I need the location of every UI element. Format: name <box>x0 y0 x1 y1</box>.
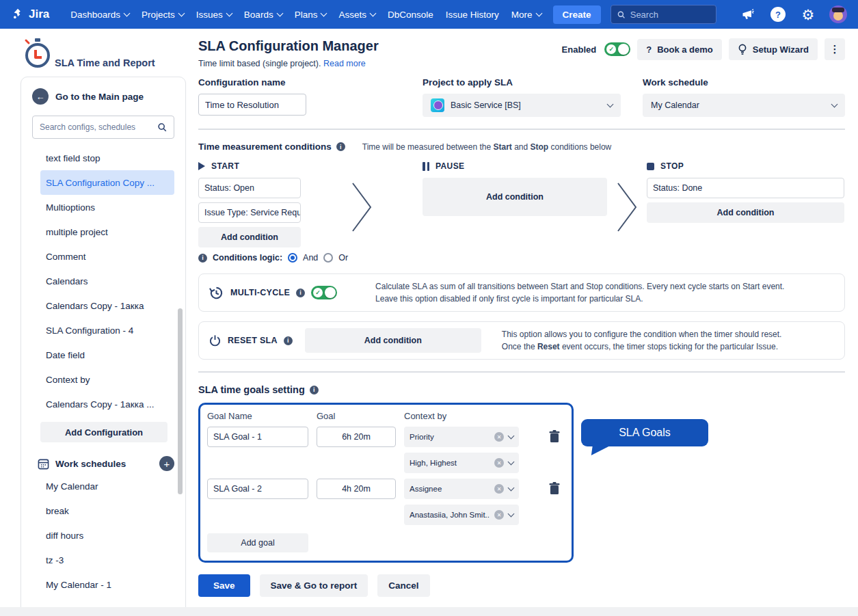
clear-icon[interactable]: ✕ <box>494 458 504 468</box>
goal-value-input[interactable] <box>317 479 396 499</box>
schedule-item[interactable]: My Calendar <box>40 474 174 498</box>
config-item[interactable]: Date field <box>40 343 174 367</box>
read-more-link[interactable]: Read more <box>323 59 366 68</box>
main-content: SLA Configuration Manager Time limit bas… <box>186 29 858 616</box>
nav-issues[interactable]: Issues <box>196 10 232 20</box>
schedule-item[interactable]: tz -3 <box>40 548 174 572</box>
sidebar-search[interactable] <box>32 116 174 139</box>
cancel-button[interactable]: Cancel <box>377 574 429 597</box>
user-avatar[interactable] <box>829 5 847 23</box>
setup-wizard-button[interactable]: Setup Wizard <box>729 38 818 60</box>
context-field-select[interactable]: Priority✕ <box>404 427 519 447</box>
right-angle-icon <box>350 180 373 234</box>
config-name-label: Configuration name <box>198 77 423 88</box>
clear-icon[interactable]: ✕ <box>494 484 504 494</box>
add-schedule-button[interactable]: + <box>159 456 174 471</box>
goal-value-input[interactable] <box>317 427 396 447</box>
more-options-button[interactable]: ⋮ <box>825 38 845 60</box>
goal-name-input[interactable] <box>207 427 308 447</box>
delete-goal-button[interactable] <box>548 429 565 445</box>
nav-issue-history[interactable]: Issue History <box>446 10 499 20</box>
context-field-select[interactable]: Assignee✕ <box>404 479 519 499</box>
config-item[interactable]: multiple project <box>40 219 174 244</box>
config-item[interactable]: Calendars Copy - 1акка <box>40 293 174 318</box>
goal-name-header: Goal Name <box>207 411 308 421</box>
schedule-item[interactable]: break <box>40 498 174 523</box>
schedule-item[interactable]: My Calendar - 1 <box>40 572 174 597</box>
nav-dbconsole[interactable]: DbConsole <box>388 10 433 20</box>
create-button[interactable]: Create <box>553 5 601 24</box>
book-demo-button[interactable]: ?Book a demo <box>637 39 722 60</box>
add-goal-button[interactable]: Add goal <box>207 533 308 552</box>
save-go-report-button[interactable]: Save & Go to report <box>260 574 368 597</box>
brand-name: Jira <box>29 8 49 21</box>
schedule-item[interactable]: diff hours <box>40 523 174 548</box>
info-icon[interactable]: i <box>284 336 293 345</box>
help-button[interactable]: ? <box>769 5 787 23</box>
trash-icon <box>548 429 561 443</box>
config-item[interactable]: Context by <box>40 367 174 392</box>
pause-add-condition-button[interactable]: Add condition <box>423 178 607 216</box>
nav-plans[interactable]: Plans <box>295 10 327 20</box>
global-search[interactable] <box>611 5 716 24</box>
goal-name-input[interactable] <box>207 479 308 499</box>
start-header: START <box>198 161 301 171</box>
pause-header: PAUSE <box>423 161 607 171</box>
logic-or-radio[interactable] <box>323 253 333 263</box>
sidebar-scrollbar[interactable] <box>178 308 183 494</box>
logic-and-radio[interactable] <box>288 253 297 263</box>
global-search-input[interactable] <box>630 10 710 20</box>
project-select[interactable]: Basic Service [BS] <box>423 94 621 117</box>
clear-icon[interactable]: ✕ <box>494 510 504 520</box>
schedule-select[interactable]: My Calendar <box>643 94 845 117</box>
start-condition[interactable]: Status: Open <box>198 178 301 198</box>
conditions-logic-label: Conditions logic: <box>213 253 282 263</box>
chevron-down-icon <box>321 10 327 17</box>
stop-condition[interactable]: Status: Done <box>647 178 844 198</box>
config-name-input[interactable] <box>198 94 306 116</box>
delete-goal-button[interactable] <box>548 481 565 497</box>
avatar-face <box>833 11 843 21</box>
save-button[interactable]: Save <box>198 574 250 597</box>
app-title: SLA Time and Report <box>55 57 155 71</box>
config-item[interactable]: Calendars <box>40 269 174 293</box>
multi-cycle-toggle[interactable]: ✓ <box>311 286 337 299</box>
config-item[interactable]: text field stop <box>40 146 174 170</box>
conditions-title: Time measurement conditions <box>198 142 332 152</box>
start-condition[interactable]: Issue Type: Service Request, Sub-task, T… <box>198 202 301 223</box>
conditions-hint: Time will be measured between the Start … <box>362 142 611 152</box>
reset-add-condition-button[interactable]: Add condition <box>305 328 481 353</box>
jira-logo[interactable]: Jira <box>11 8 49 21</box>
nav-dashboards[interactable]: Dashboards <box>70 10 129 20</box>
context-values-select[interactable]: Anastasiia, John Smit...✕ <box>404 505 519 525</box>
info-icon[interactable]: i <box>198 254 207 263</box>
stop-add-condition-button[interactable]: Add condition <box>647 202 844 223</box>
enabled-toggle[interactable]: ✓ <box>604 42 630 56</box>
nav-more[interactable]: More <box>511 10 541 20</box>
settings-button[interactable]: ⚙ <box>799 5 817 23</box>
announcements-button[interactable] <box>739 5 757 23</box>
go-to-main-page[interactable]: ← Go to the Main page <box>21 88 185 105</box>
config-item[interactable]: Comment <box>40 244 174 269</box>
logic-and-label: And <box>303 253 318 263</box>
config-item[interactable]: SLA Configuration - 4 <box>40 318 174 343</box>
config-item[interactable]: Multioptions <box>40 195 174 219</box>
config-item[interactable]: Calendars Copy - 1акка ... <box>40 392 174 416</box>
context-values-select[interactable]: High, Highest✕ <box>404 453 519 473</box>
info-icon[interactable]: i <box>336 142 345 151</box>
divider <box>198 129 845 130</box>
chevron-down-icon <box>508 485 515 492</box>
config-item-selected[interactable]: SLA Configuration Copy ... <box>40 170 174 195</box>
chevron-down-icon <box>508 511 515 518</box>
clear-icon[interactable]: ✕ <box>494 432 504 442</box>
nav-assets[interactable]: Assets <box>338 10 375 20</box>
info-icon[interactable]: i <box>310 386 319 394</box>
project-label: Project to apply SLA <box>423 77 643 88</box>
nav-boards[interactable]: Boards <box>244 10 282 20</box>
info-icon[interactable]: i <box>296 289 305 297</box>
window-bottom-edge <box>0 607 858 616</box>
sidebar-search-input[interactable] <box>40 122 152 132</box>
nav-projects[interactable]: Projects <box>142 10 184 20</box>
start-add-condition-button[interactable]: Add condition <box>198 227 301 247</box>
add-configuration-button[interactable]: Add Configuration <box>40 422 167 442</box>
